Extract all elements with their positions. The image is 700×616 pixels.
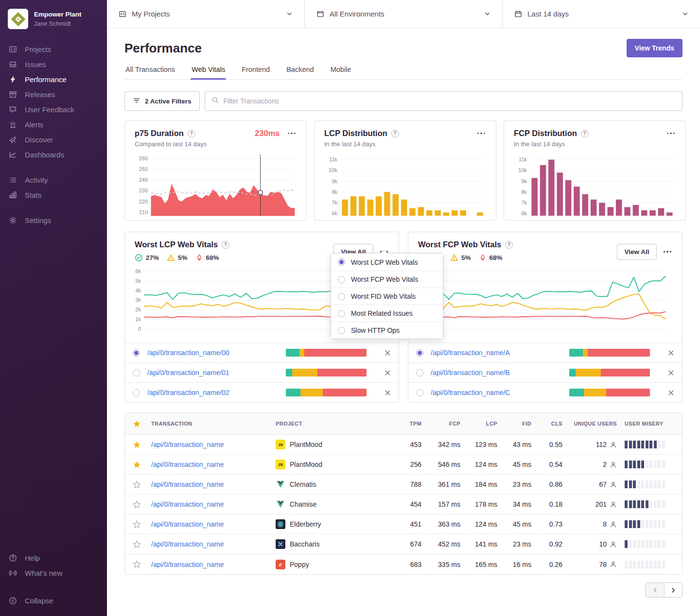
dropdown-option[interactable]: Slow HTTP Ops (331, 322, 443, 339)
sidebar-item-dashboards[interactable]: Dashboards (0, 147, 107, 162)
transaction-link[interactable]: /api/0/transaction_name (151, 561, 276, 568)
sidebar-item-discover[interactable]: Discover (0, 132, 107, 147)
active-filters-button[interactable]: 2 Active Filters (124, 91, 200, 111)
cls-value: 0.86 (531, 480, 562, 488)
svg-text:1k: 1k (135, 316, 141, 322)
radio-button[interactable] (338, 310, 345, 317)
radio-button[interactable] (416, 349, 423, 357)
transaction-link[interactable]: /api/0/transaction_name (151, 441, 276, 448)
star-outline-icon[interactable] (133, 520, 151, 529)
close-icon[interactable] (660, 369, 682, 376)
close-icon[interactable] (660, 389, 682, 396)
sidebar-item-what-s-new[interactable]: What’s new (0, 565, 107, 581)
dropdown-option[interactable]: Worst FID Web Vitals (331, 288, 443, 305)
transaction-link[interactable]: /api/0/transaction_name (151, 480, 276, 488)
project-cell[interactable]: Baccharis (276, 539, 391, 549)
dropdown-option[interactable]: Worst LCP Web Vitals (331, 254, 443, 271)
sidebar-item-releases[interactable]: Releases (0, 87, 107, 102)
dropdown-option[interactable]: Worst FCP Web Vitals (331, 271, 443, 288)
transaction-link[interactable]: /api/0/transaction_name/A (431, 349, 569, 357)
radio-button[interactable] (338, 258, 345, 266)
transaction-link[interactable]: /api/0/transaction_name/02 (147, 389, 286, 396)
sidebar-item-projects[interactable]: Projects (0, 42, 107, 57)
close-icon[interactable] (376, 389, 399, 396)
close-icon[interactable] (376, 369, 399, 376)
transaction-link[interactable]: /api/0/transaction_name (151, 520, 276, 528)
radio-button[interactable] (133, 369, 140, 376)
radio-button[interactable] (133, 349, 140, 357)
star-column-header[interactable] (133, 420, 151, 428)
star-outline-icon[interactable] (133, 480, 151, 489)
project-cell[interactable]: Elderberry (276, 519, 391, 529)
project-cell[interactable]: JSPlantMood (276, 460, 391, 469)
dropdown-option[interactable]: Most Related Issues (331, 305, 443, 322)
search-input[interactable] (224, 97, 676, 105)
tab-mobile[interactable]: Mobile (330, 66, 352, 79)
star-filled-icon[interactable] (133, 461, 151, 469)
close-icon[interactable] (660, 349, 682, 357)
sidebar-item-collapse[interactable]: Collapse (0, 593, 107, 608)
column-header-tpm[interactable]: TPM (391, 421, 421, 427)
star-outline-icon[interactable] (133, 500, 151, 509)
star-outline-icon[interactable] (133, 540, 151, 548)
column-header-user-misery[interactable]: USER MISERY (617, 421, 674, 427)
transaction-link[interactable]: /api/0/transaction_name (151, 461, 276, 468)
sidebar-item-settings[interactable]: Settings (0, 213, 107, 228)
help-icon[interactable]: ? (581, 130, 589, 137)
tab-all-transactions[interactable]: All Transactions (124, 66, 176, 79)
org-switcher[interactable]: Empower Plant Jane Schmidt (0, 7, 107, 29)
close-icon[interactable] (376, 349, 399, 357)
sidebar-item-alerts[interactable]: Alerts (0, 117, 107, 132)
more-options-button[interactable] (666, 130, 676, 137)
star-filled-icon[interactable] (133, 441, 151, 449)
column-header-unique-users[interactable]: UNIQUE USERS (562, 421, 617, 427)
project-filter[interactable]: My Projects (107, 0, 304, 28)
environment-filter[interactable]: All Environments (304, 0, 502, 28)
project-cell[interactable]: Chamise (276, 499, 391, 509)
more-options-button[interactable] (476, 130, 487, 137)
view-all-button[interactable]: View All (617, 244, 656, 260)
column-header-fcp[interactable]: FCP (421, 421, 460, 427)
help-icon[interactable]: ? (505, 241, 513, 249)
sidebar-item-user-feedback[interactable]: User Feedback (0, 102, 107, 117)
next-page-button[interactable] (664, 583, 682, 597)
column-header-project[interactable]: PROJECT (276, 421, 391, 427)
column-header-cls[interactable]: CLS (531, 421, 562, 427)
column-header-transaction[interactable]: TRANSACTION (151, 421, 276, 427)
radio-button[interactable] (133, 389, 140, 396)
more-options-button[interactable] (663, 248, 673, 255)
project-cell[interactable]: Clematis (276, 479, 391, 489)
transaction-link[interactable]: /api/0/transaction_name (151, 540, 276, 548)
more-options-button[interactable] (287, 130, 297, 137)
date-range-filter[interactable]: Last 14 days (502, 0, 700, 28)
sidebar-item-performance[interactable]: Performance (0, 72, 107, 87)
column-header-fid[interactable]: FID (497, 421, 531, 427)
star-outline-icon[interactable] (133, 560, 151, 568)
radio-button[interactable] (338, 327, 345, 334)
radio-button[interactable] (416, 389, 423, 396)
sidebar-nav-collapse: Collapse (0, 593, 107, 608)
help-icon[interactable]: ? (391, 130, 399, 137)
project-cell[interactable]: JSPlantMood (276, 440, 391, 449)
tab-frontend[interactable]: Frontend (241, 66, 271, 79)
sidebar-item-stats[interactable]: Stats (0, 188, 107, 203)
transaction-link[interactable]: /api/0/transaction_name/00 (147, 349, 286, 357)
sidebar-item-help[interactable]: Help (0, 550, 107, 565)
sidebar-item-activity[interactable]: Activity (0, 172, 107, 188)
previous-page-button[interactable] (646, 583, 664, 597)
project-cell[interactable]: ePoppy (276, 560, 391, 569)
sidebar-item-issues[interactable]: Issues (0, 57, 107, 72)
transaction-link[interactable]: /api/0/transaction_name/B (431, 369, 569, 376)
transaction-link[interactable]: /api/0/transaction_name (151, 500, 276, 508)
column-header-lcp[interactable]: LCP (460, 421, 497, 427)
tab-web-vitals[interactable]: Web Vitals (191, 66, 226, 79)
tab-backend[interactable]: Backend (285, 66, 315, 79)
transaction-link[interactable]: /api/0/transaction_name/C (431, 389, 569, 396)
radio-button[interactable] (338, 293, 345, 300)
radio-button[interactable] (338, 276, 345, 283)
view-trends-button[interactable]: View Trends (627, 39, 682, 57)
help-icon[interactable]: ? (222, 241, 229, 249)
help-icon[interactable]: ? (188, 130, 195, 137)
radio-button[interactable] (416, 369, 423, 376)
transaction-link[interactable]: /api/0/transaction_name/01 (147, 369, 286, 376)
